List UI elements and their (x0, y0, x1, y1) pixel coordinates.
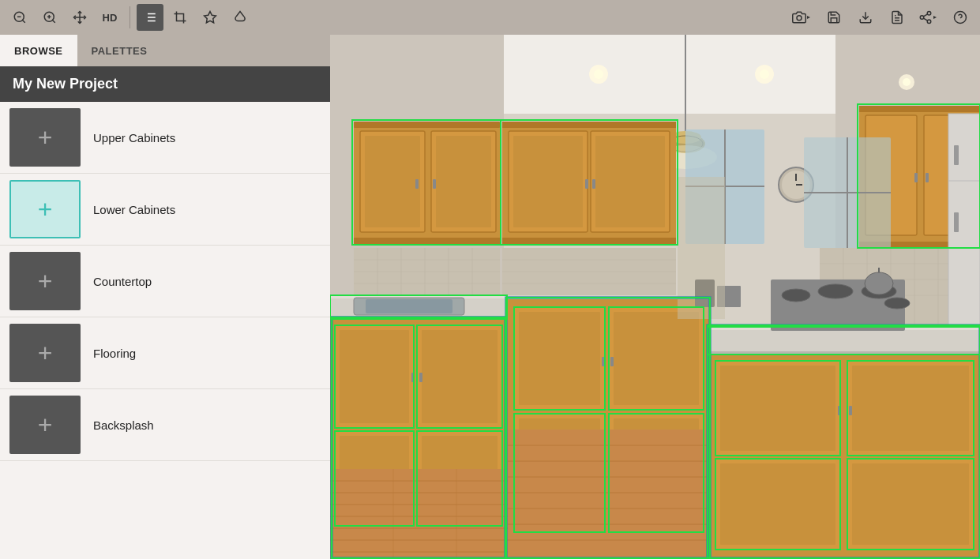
segment-thumb-upper-cabinets: + (9, 108, 81, 167)
segment-item-lower-cabinets[interactable]: + Lower Cabinets (0, 174, 330, 246)
add-icon-upper: + (38, 125, 53, 150)
svg-rect-58 (595, 136, 665, 227)
save-button[interactable] (820, 4, 847, 31)
svg-point-20 (920, 16, 924, 20)
svg-line-23 (923, 14, 927, 17)
segment-label-flooring: Flooring (93, 347, 136, 360)
kitchen-image (330, 35, 980, 559)
sidebar: BROWSE PALETTES My New Project + Upper C… (0, 35, 330, 559)
segment-thumb-countertop: + (9, 252, 81, 310)
file-button[interactable] (884, 4, 911, 31)
project-title: My New Project (0, 66, 330, 102)
svg-rect-159 (366, 299, 452, 313)
hd-button[interactable]: HD (96, 4, 123, 31)
segment-item-upper-cabinets[interactable]: + Upper Cabinets (0, 102, 330, 174)
segment-label-countertop: Countertop (93, 275, 152, 288)
svg-rect-112 (519, 312, 600, 405)
svg-rect-45 (354, 238, 500, 244)
svg-point-157 (884, 298, 910, 309)
svg-rect-50 (415, 179, 419, 189)
svg-rect-167 (954, 212, 959, 232)
svg-line-1 (22, 20, 24, 22)
segment-list: + Upper Cabinets + Lower Cabinets + Coun… (0, 102, 330, 461)
crop-button[interactable] (167, 4, 193, 31)
sidebar-tabs: BROWSE PALETTES (0, 35, 330, 66)
segment-thumb-backsplash: + (9, 396, 81, 454)
svg-rect-164 (948, 114, 980, 327)
segment-thumb-flooring: + (9, 324, 81, 382)
hd-label: HD (103, 12, 118, 24)
zoom-in-button[interactable] (36, 4, 63, 31)
svg-point-154 (782, 289, 810, 302)
segment-label-upper-cabinets: Upper Cabinets (93, 131, 175, 144)
svg-line-22 (923, 18, 927, 21)
svg-rect-101 (422, 330, 498, 423)
svg-rect-62 (859, 106, 980, 112)
svg-rect-131 (849, 406, 852, 415)
toolbar: HD (0, 0, 980, 35)
svg-rect-107 (419, 373, 422, 382)
svg-rect-127 (720, 463, 835, 545)
toolbar-right (789, 4, 974, 31)
svg-point-35 (760, 69, 769, 79)
svg-point-33 (594, 69, 603, 79)
svg-marker-24 (933, 16, 937, 19)
svg-point-14 (797, 16, 802, 21)
add-icon-flooring: + (38, 340, 53, 366)
svg-rect-49 (436, 136, 491, 227)
camera-button[interactable] (789, 4, 816, 31)
svg-marker-13 (205, 12, 216, 23)
main-area: BROWSE PALETTES My New Project + Upper C… (0, 35, 980, 559)
kitchen-scene (330, 35, 980, 559)
segment-item-flooring[interactable]: + Flooring (0, 317, 330, 389)
segment-label-backsplash: Backsplash (93, 418, 154, 432)
svg-rect-120 (610, 357, 614, 366)
add-icon-lower: + (38, 197, 53, 222)
download-button[interactable] (852, 4, 879, 31)
segment-label-lower-cabinets: Lower Cabinets (93, 203, 175, 216)
svg-rect-60 (592, 179, 595, 189)
zoom-out-button[interactable] (6, 4, 33, 31)
list-view-button[interactable] (137, 4, 163, 31)
svg-rect-51 (433, 179, 436, 189)
svg-point-162 (865, 272, 893, 295)
svg-rect-166 (954, 145, 959, 165)
segment-thumb-lower-cabinets: + (9, 180, 81, 238)
svg-rect-44 (354, 122, 500, 128)
add-icon-countertop: + (38, 268, 53, 294)
svg-rect-54 (502, 238, 676, 244)
svg-line-4 (52, 20, 54, 22)
separator-1 (130, 6, 130, 28)
svg-rect-114 (614, 312, 699, 405)
segment-item-backsplash[interactable]: + Backsplash (0, 389, 330, 461)
svg-rect-56 (513, 136, 583, 227)
image-area (330, 35, 980, 559)
tab-palettes[interactable]: PALETTES (77, 35, 162, 66)
svg-rect-47 (365, 136, 420, 227)
pan-button[interactable] (66, 4, 93, 31)
star-button[interactable] (197, 4, 223, 31)
svg-rect-67 (926, 173, 929, 182)
svg-rect-125 (852, 366, 969, 451)
svg-rect-94 (709, 327, 980, 355)
add-icon-backsplash: + (38, 412, 53, 437)
paint-button[interactable] (227, 4, 253, 31)
svg-marker-15 (807, 16, 810, 19)
svg-rect-123 (720, 366, 835, 451)
tab-browse[interactable]: BROWSE (0, 35, 77, 66)
svg-point-155 (818, 284, 853, 298)
svg-rect-66 (914, 173, 918, 182)
svg-rect-129 (852, 463, 969, 545)
svg-rect-99 (340, 330, 409, 423)
help-button[interactable] (947, 4, 974, 31)
svg-point-37 (903, 78, 911, 86)
share-button[interactable] (915, 4, 942, 31)
segment-item-countertop[interactable]: + Countertop (0, 246, 330, 317)
svg-rect-59 (585, 179, 588, 189)
svg-rect-53 (502, 122, 676, 128)
